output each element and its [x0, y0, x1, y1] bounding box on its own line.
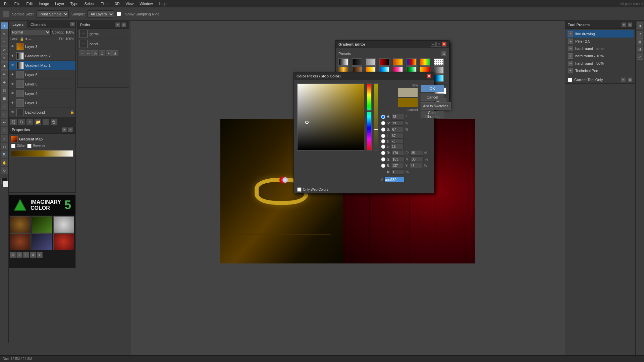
- alpha-slider[interactable]: [374, 83, 378, 150]
- preset-item-pen-2-5[interactable]: ✒ Pen - 2.5: [567, 38, 634, 45]
- promo-btn-3[interactable]: ↩: [23, 252, 29, 258]
- tool-presets-expand[interactable]: +: [622, 22, 626, 27]
- menu-view[interactable]: View: [123, 1, 137, 6]
- preset-item-line-drawing[interactable]: ✒ line drawing: [567, 30, 634, 38]
- menu-filter[interactable]: Filter: [98, 1, 111, 6]
- layer-visibility-layer5[interactable]: 👁: [10, 82, 15, 86]
- gradient-preset-7[interactable]: [420, 58, 430, 66]
- eyedropper-tool[interactable]: ✦: [1, 22, 8, 29]
- g-radio[interactable]: [381, 157, 385, 162]
- only-web-colors-checkbox[interactable]: [297, 187, 302, 192]
- sample-select[interactable]: All Layers: [88, 10, 114, 18]
- menu-layer[interactable]: Layer: [52, 1, 67, 6]
- current-tool-only-checkbox[interactable]: [568, 78, 572, 82]
- adjustments-icon[interactable]: ◑: [637, 46, 643, 52]
- menu-select[interactable]: Select: [82, 1, 98, 6]
- b3-radio[interactable]: [381, 164, 385, 168]
- a-radio[interactable]: [381, 139, 385, 143]
- layer-visibility-gm2[interactable]: 👁: [10, 54, 15, 58]
- dodge-tool[interactable]: ○: [1, 111, 8, 118]
- reverse-checkbox[interactable]: [27, 144, 32, 148]
- color-picker-ok-btn[interactable]: OK: [421, 85, 444, 92]
- promo-thumb-3[interactable]: [53, 216, 74, 233]
- add-mask-btn[interactable]: ○: [26, 119, 33, 125]
- gradient-preset-1[interactable]: [338, 58, 348, 66]
- gradient-preset-4[interactable]: [379, 58, 389, 66]
- preset-item-technical-pen[interactable]: ✒ Technical Pen: [567, 67, 634, 74]
- h-input[interactable]: [391, 114, 404, 119]
- layers-panel-menu[interactable]: ≡: [70, 22, 75, 26]
- menu-edit[interactable]: Edit: [24, 1, 36, 6]
- gradient-tool[interactable]: ▦: [1, 95, 8, 102]
- new-color-swatch[interactable]: [398, 88, 418, 97]
- preset-item-hard-round-10[interactable]: ✏ hard round - 10%: [567, 52, 634, 60]
- layer-visibility-layer1[interactable]: 👁: [10, 101, 15, 105]
- l-radio[interactable]: [381, 134, 385, 138]
- promo-thumb-6[interactable]: [53, 233, 74, 250]
- layer-row-background[interactable]: 👁 Background 🔒: [9, 108, 75, 117]
- delete-path-btn[interactable]: 🗑: [112, 50, 118, 56]
- s-radio[interactable]: [381, 121, 385, 125]
- promo-thumb-4[interactable]: [10, 233, 31, 250]
- path-row-band[interactable]: ⋯ band: [77, 39, 129, 49]
- paths-expand-btn[interactable]: +: [115, 22, 120, 27]
- swatches-icon[interactable]: ▦: [637, 38, 643, 45]
- tool-presets-menu[interactable]: ≡: [628, 22, 632, 27]
- tab-channels[interactable]: Channels: [27, 21, 50, 28]
- layer-row-layer5[interactable]: 👁 Layer 5: [9, 79, 75, 89]
- menu-file[interactable]: File: [12, 1, 23, 6]
- gradient-preset-6[interactable]: [407, 58, 417, 66]
- marquee-tool[interactable]: □: [1, 38, 8, 46]
- presets-gear-icon[interactable]: ⚙: [441, 51, 446, 56]
- color-libraries-btn[interactable]: Color Libraries: [421, 111, 444, 118]
- promo-thumb-5[interactable]: [32, 233, 52, 250]
- promo-btn-1[interactable]: ⊕: [10, 252, 16, 258]
- s-input[interactable]: [391, 120, 404, 126]
- current-color-swatch[interactable]: [398, 98, 418, 107]
- color-picker-cancel-btn[interactable]: Cancel: [421, 94, 444, 101]
- gradient-preset-5[interactable]: [393, 58, 403, 66]
- color-picker-close[interactable]: ✕: [427, 74, 431, 78]
- hex-input[interactable]: [384, 177, 405, 182]
- layer-row-layer4[interactable]: 👁 Layer 4: [9, 89, 75, 98]
- layer-row-layer3[interactable]: 👁 Layer 3: [9, 42, 75, 51]
- path-selection-tool[interactable]: ▷: [1, 135, 8, 142]
- gradient-editor-close[interactable]: ✕: [442, 42, 446, 47]
- add-style-btn[interactable]: fx: [18, 119, 25, 125]
- menu-image[interactable]: Image: [36, 1, 52, 6]
- menu-help[interactable]: Help: [156, 1, 169, 6]
- move-tool[interactable]: ↖: [1, 30, 8, 38]
- promo-thumb-2[interactable]: [32, 216, 52, 233]
- zoom-tool[interactable]: 🔍: [1, 151, 8, 158]
- new-path-btn[interactable]: +: [106, 50, 112, 56]
- layer-visibility-layer4[interactable]: 👁: [10, 91, 15, 96]
- background-color-swatch[interactable]: [2, 181, 8, 187]
- create-group-btn[interactable]: 📁: [35, 119, 41, 125]
- link-layers-btn[interactable]: ⛓: [10, 119, 17, 125]
- layer-row-gradient-map1[interactable]: 👁 Gradient Map 1: [9, 61, 75, 70]
- hue-slider[interactable]: [367, 83, 372, 150]
- path-row-gems[interactable]: ⋯ gems: [77, 29, 129, 39]
- show-sampling-ring-checkbox[interactable]: [117, 12, 121, 16]
- create-layer-btn[interactable]: +: [43, 119, 49, 125]
- hand-tool[interactable]: ✋: [1, 159, 8, 166]
- b2-input[interactable]: [391, 144, 404, 149]
- blur-tool[interactable]: ◌: [1, 103, 8, 110]
- menu-window[interactable]: Window: [137, 1, 155, 6]
- r-input[interactable]: [391, 150, 404, 156]
- healing-tool[interactable]: ✚: [1, 62, 8, 70]
- blend-mode-select[interactable]: Normal: [10, 29, 51, 35]
- clone-tool[interactable]: ⊕: [1, 78, 8, 86]
- gradient-preview-swatch[interactable]: [11, 136, 18, 142]
- gradient-preset-16[interactable]: [434, 66, 444, 74]
- b-input[interactable]: [391, 127, 404, 132]
- gradient-bar-preview[interactable]: [11, 150, 73, 157]
- selection-to-path-btn[interactable]: ⊙: [99, 50, 105, 56]
- layer-visibility-bg[interactable]: 👁: [10, 110, 15, 115]
- layer-row-layer1[interactable]: 👁 Layer 1: [9, 98, 75, 108]
- paths-menu-btn[interactable]: ≡: [121, 22, 126, 27]
- k-input[interactable]: [391, 169, 404, 175]
- gradient-preset-2[interactable]: [352, 58, 362, 66]
- b3-input[interactable]: [391, 163, 404, 168]
- gradient-preset-8[interactable]: [434, 58, 444, 66]
